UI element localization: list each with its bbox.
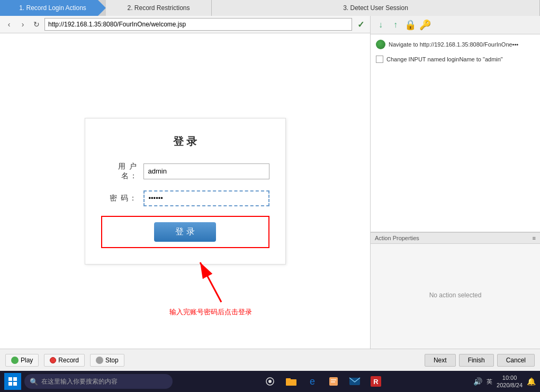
- svg-rect-5: [13, 382, 17, 386]
- right-toolbar: ↓ ↑ 🔒 🔑: [371, 16, 540, 34]
- tab-detect-session[interactable]: 3. Detect User Session: [212, 0, 540, 16]
- username-row: 用 户 名：: [101, 162, 269, 181]
- login-button[interactable]: 登 录: [154, 222, 215, 242]
- stop-icon: [96, 357, 103, 364]
- action-navigate-text: Navigate to http://192.168.1.35:8080/Fou…: [389, 41, 518, 48]
- forward-button[interactable]: ›: [17, 19, 29, 30]
- tab-record-login[interactable]: 1. Record Login Actions: [0, 0, 106, 16]
- taskview-button[interactable]: [263, 374, 277, 389]
- action-list: Navigate to http://192.168.1.35:8080/Fou…: [371, 34, 540, 232]
- login-title: 登 录: [101, 134, 269, 149]
- username-input[interactable]: [143, 163, 269, 179]
- file-explorer-button[interactable]: [284, 374, 299, 389]
- cancel-button[interactable]: Cancel: [497, 354, 535, 367]
- browser-toolbar: ‹ › ↻ ✓: [0, 16, 370, 33]
- bottom-right-buttons: Next Finish Cancel: [425, 354, 535, 367]
- password-input[interactable]: [143, 190, 269, 206]
- date-display: 2020/8/24: [497, 381, 523, 389]
- properties-title: Action Properties: [375, 235, 419, 241]
- mail-button[interactable]: [347, 374, 362, 389]
- action-item-navigate[interactable]: Navigate to http://192.168.1.35:8080/Fou…: [374, 38, 537, 51]
- start-button[interactable]: [4, 373, 21, 390]
- volume-icon[interactable]: 🔊: [473, 377, 482, 386]
- refresh-button[interactable]: ↻: [31, 19, 42, 30]
- tab-record-restrictions[interactable]: 2. Record Restrictions: [106, 0, 212, 16]
- bottom-bar: Play Record Stop Next Finish Cancel: [0, 349, 540, 371]
- explorer-icon: [285, 377, 297, 386]
- files-button[interactable]: [326, 374, 341, 389]
- action-change-text: Change INPUT named loginName to "admin": [386, 56, 503, 62]
- time-display: 10:00: [497, 374, 523, 381]
- login-box: 登 录 用 户 名： 密 码： 登 录: [85, 118, 286, 265]
- move-up-icon[interactable]: ↑: [390, 19, 401, 31]
- play-button[interactable]: Play: [5, 354, 39, 367]
- browser-content: 登 录 用 户 名： 密 码： 登 录: [0, 33, 370, 349]
- action-checkbox[interactable]: [376, 56, 383, 63]
- svg-rect-3: [13, 377, 17, 381]
- navigate-icon: [376, 40, 385, 49]
- arrow-icon: [190, 252, 232, 305]
- taskbar-app-icons: e R: [176, 374, 470, 389]
- right-panel: ↓ ↑ 🔒 🔑 Navigate to http://192.168.1.35:…: [371, 16, 540, 349]
- tab1-label: 1. Record Login Actions: [19, 4, 86, 12]
- svg-point-7: [268, 380, 272, 383]
- annotation-text: 输入完账号密码后点击登录: [169, 307, 252, 317]
- move-down-icon[interactable]: ↓: [375, 19, 386, 31]
- files-icon: [328, 376, 339, 387]
- properties-menu-icon[interactable]: ≡: [533, 235, 536, 241]
- windows-icon: [8, 377, 17, 386]
- login-btn-wrapper: 登 录: [101, 216, 269, 248]
- more-icon[interactable]: 🔑: [419, 19, 431, 31]
- stop-label: Stop: [105, 357, 119, 364]
- finish-button[interactable]: Finish: [459, 354, 494, 367]
- record-label: Record: [58, 357, 79, 364]
- language-indicator: 英: [487, 378, 492, 386]
- app5-icon: R: [370, 376, 382, 387]
- clock: 10:00 2020/8/24: [497, 374, 523, 389]
- taskbar: 🔍 在这里输入你要搜索的内容 e: [0, 371, 540, 392]
- no-action-text: No action selected: [429, 291, 482, 299]
- record-icon: [50, 357, 56, 363]
- play-icon: [11, 357, 19, 364]
- svg-rect-4: [8, 382, 12, 386]
- tab3-label: 3. Detect User Session: [343, 4, 408, 12]
- url-input[interactable]: [44, 18, 352, 31]
- mail-icon: [349, 377, 361, 386]
- taskbar-search[interactable]: 🔍 在这里输入你要搜索的内容: [24, 374, 173, 389]
- search-icon: 🔍: [30, 378, 38, 386]
- edge-button[interactable]: e: [305, 374, 320, 389]
- app5-button[interactable]: R: [368, 374, 383, 389]
- password-label: 密 码：: [101, 194, 138, 203]
- taskbar-right: 🔊 英 10:00 2020/8/24 🔔: [473, 374, 536, 389]
- go-button[interactable]: ✓: [354, 18, 367, 31]
- svg-rect-2: [8, 377, 12, 381]
- properties-icon[interactable]: 🔒: [404, 19, 416, 31]
- main-area: ‹ › ↻ ✓ 登 录 用 户 名： 密 码： 登 录: [0, 16, 540, 349]
- stop-button[interactable]: Stop: [90, 354, 124, 367]
- notification-icon[interactable]: 🔔: [527, 377, 536, 386]
- edge-icon: e: [310, 376, 315, 387]
- svg-rect-11: [331, 379, 336, 380]
- username-label: 用 户 名：: [101, 162, 138, 181]
- top-tabs: 1. Record Login Actions 2. Record Restri…: [0, 0, 540, 16]
- search-placeholder: 在这里输入你要搜索的内容: [41, 377, 118, 386]
- properties-panel: Action Properties ≡ No action selected: [371, 232, 540, 349]
- arrow-annotation: 输入完账号密码后点击登录: [169, 252, 252, 317]
- next-button[interactable]: Next: [425, 354, 456, 367]
- svg-rect-12: [331, 381, 335, 382]
- tab2-label: 2. Record Restrictions: [127, 4, 190, 12]
- svg-text:R: R: [373, 378, 379, 386]
- play-label: Play: [21, 357, 33, 364]
- record-button[interactable]: Record: [44, 354, 85, 367]
- action-item-change-input[interactable]: Change INPUT named loginName to "admin": [374, 53, 537, 65]
- back-button[interactable]: ‹: [3, 19, 15, 30]
- browser-area: ‹ › ↻ ✓ 登 录 用 户 名： 密 码： 登 录: [0, 16, 371, 349]
- taskview-icon: [265, 377, 275, 386]
- svg-rect-9: [286, 378, 291, 380]
- properties-content: No action selected: [371, 244, 540, 346]
- bottom-left-buttons: Play Record Stop: [5, 354, 124, 367]
- properties-header: Action Properties ≡: [371, 233, 540, 244]
- password-row: 密 码：: [101, 190, 269, 206]
- svg-line-1: [200, 262, 221, 302]
